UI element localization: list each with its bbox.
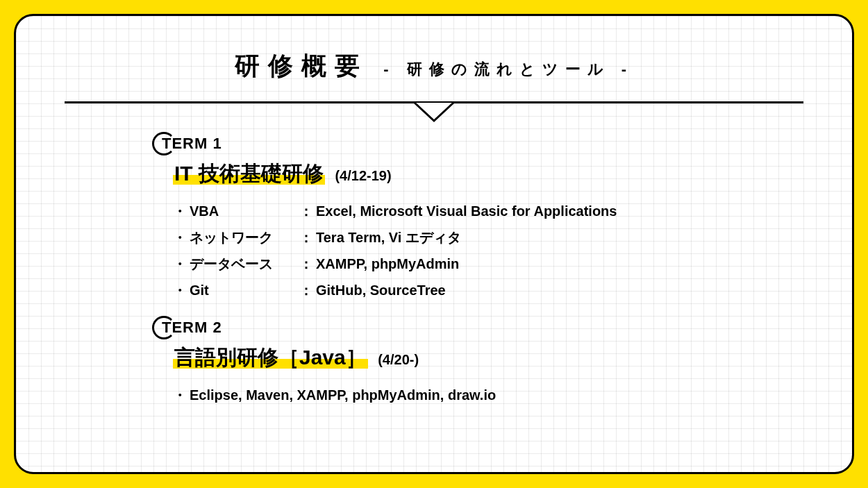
section-date: (4/12-19) (335, 168, 391, 183)
bullet-icon: ・ (173, 256, 187, 271)
bullet-icon: ・ (173, 230, 187, 245)
item-label: Git (190, 277, 299, 303)
slide-frame: 研修概要 - 研修の流れとツール - TERM 1 IT 技術基礎研修 (4/1… (14, 14, 854, 474)
body: TERM 1 IT 技術基礎研修 (4/12-19) ・VBA：Excel, M… (65, 135, 803, 408)
item-value: Tera Term, Vi エディタ (316, 230, 461, 245)
page-title: 研修概要 (235, 49, 368, 83)
colon: ： (299, 230, 313, 245)
list-item: ・ネットワーク：Tera Term, Vi エディタ (173, 224, 803, 251)
colon: ： (299, 203, 313, 219)
item-value: GitHub, SourceTree (316, 283, 446, 298)
term-label: TERM 1 (155, 135, 222, 153)
section-heading: IT 技術基礎研修 (4/12-19) (173, 160, 803, 188)
item-label: VBA (190, 198, 299, 224)
chevron-down-icon (413, 101, 455, 125)
bullet-icon: ・ (173, 283, 187, 298)
section-date: (4/20-) (378, 352, 419, 367)
item-value: Eclipse, Maven, XAMPP, phpMyAdmin, draw.… (190, 387, 496, 403)
colon: ： (299, 283, 313, 298)
slide-content: 研修概要 - 研修の流れとツール - TERM 1 IT 技術基礎研修 (4/1… (16, 16, 852, 444)
term-label: TERM 2 (155, 319, 222, 337)
page-subtitle: - 研修の流れとツール - (383, 59, 633, 80)
colon: ： (299, 256, 313, 271)
item-value: Excel, Microsoft Visual Basic for Applic… (316, 203, 617, 219)
list-item: ・VBA：Excel, Microsoft Visual Basic for A… (173, 198, 803, 224)
list-item: ・データベース：XAMPP, phpMyAdmin (173, 251, 803, 277)
item-list: ・Eclipse, Maven, XAMPP, phpMyAdmin, draw… (173, 382, 803, 408)
item-label: データベース (190, 251, 299, 277)
item-value: XAMPP, phpMyAdmin (316, 256, 459, 271)
title-row: 研修概要 - 研修の流れとツール - (65, 49, 803, 83)
term-block-2: TERM 2 言語別研修［Java］ (4/20-) ・Eclipse, Mav… (155, 319, 803, 408)
list-item: ・Eclipse, Maven, XAMPP, phpMyAdmin, draw… (173, 382, 803, 408)
item-label: ネットワーク (190, 224, 299, 251)
bullet-icon: ・ (173, 203, 187, 219)
bullet-icon: ・ (173, 387, 187, 403)
section-title: IT 技術基礎研修 (173, 162, 325, 185)
list-item: ・Git：GitHub, SourceTree (173, 277, 803, 303)
term-block-1: TERM 1 IT 技術基礎研修 (4/12-19) ・VBA：Excel, M… (155, 135, 803, 303)
divider (65, 99, 803, 124)
section-heading: 言語別研修［Java］ (4/20-) (173, 344, 803, 372)
item-list: ・VBA：Excel, Microsoft Visual Basic for A… (173, 198, 803, 303)
section-title: 言語別研修［Java］ (173, 346, 368, 369)
